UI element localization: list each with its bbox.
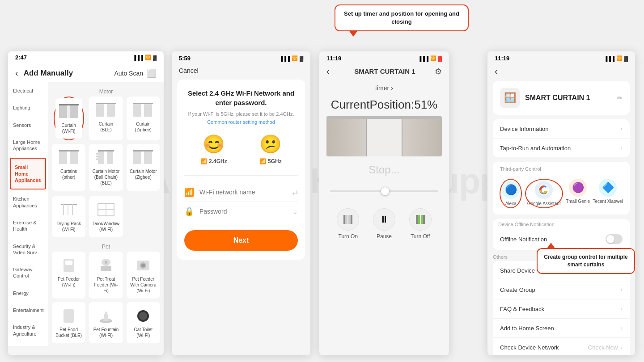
sidebar-item-security[interactable]: Security & Video Surv... xyxy=(8,238,48,261)
svg-rect-7 xyxy=(133,103,153,104)
next-button[interactable]: Next xyxy=(184,230,298,251)
svg-rect-44 xyxy=(348,215,351,224)
wifi-24-icon: 📶 xyxy=(200,158,207,164)
third-party-tecent[interactable]: 🔷 Tecent Xiaowei xyxy=(593,179,623,208)
settings-icon-3[interactable]: ⚙ xyxy=(435,67,442,76)
create-group-label: Create Group xyxy=(500,286,620,293)
wifi-24-option[interactable]: 😊 📶 2.4GHz xyxy=(200,134,227,164)
slider-thumb[interactable] xyxy=(381,187,390,196)
slider-track xyxy=(330,190,438,192)
svg-rect-8 xyxy=(133,104,141,117)
curtains-other-item[interactable]: Curtains(other) xyxy=(52,144,85,191)
wifi-subtitle: If your Wi-Fi is 5GHz, please set it to … xyxy=(184,111,298,118)
offline-toggle[interactable] xyxy=(606,234,623,244)
wifi-5-option[interactable]: 😕 📶 5GHz xyxy=(259,134,282,164)
password-input[interactable] xyxy=(199,208,287,215)
wifi-icon-3: 🛜 xyxy=(430,55,436,61)
curtain-ble-item[interactable]: Curtain(BLE) xyxy=(89,97,123,140)
third-party-icons: 🔵 Alexa xyxy=(493,174,630,215)
timer-row[interactable]: timer › xyxy=(319,80,449,93)
pet-feeder-label: Pet Feeder (Wi-Fi) xyxy=(55,276,82,288)
offline-notification-item[interactable]: Offline Notification xyxy=(493,228,630,250)
edit-name-icon[interactable]: ✏ xyxy=(617,94,623,102)
wifi-network-input[interactable] xyxy=(199,189,287,196)
svg-rect-4 xyxy=(96,103,116,104)
wifi-5-icon: 📶 xyxy=(259,158,266,164)
scan-icon[interactable]: ⬜ xyxy=(147,68,157,78)
curtain-wifi-item[interactable]: Curtain(Wi-Fi) xyxy=(54,97,84,140)
curtain-ball-chain-item[interactable]: Curtain Motor (Ball Chain) (BLE) xyxy=(89,144,123,191)
cat-toilet-icon xyxy=(132,307,154,325)
check-network-item[interactable]: Check Device Network Check Now › xyxy=(493,338,630,355)
pause-label: Pause xyxy=(377,233,392,240)
sidebar-item-energy[interactable]: Energy xyxy=(8,285,48,302)
sidebar-item-exercise[interactable]: Exercise & Health xyxy=(8,214,48,238)
tmall-label: Tmall Genie xyxy=(566,199,590,204)
sidebar-item-sensors[interactable]: Sensors xyxy=(8,117,48,134)
tap-to-run-item[interactable]: Tap-to-Run and Automation › xyxy=(493,139,630,157)
timer-chevron-icon: › xyxy=(391,84,393,92)
turn-on-button[interactable]: Turn On xyxy=(337,208,359,240)
pet-food-bucket-svg xyxy=(61,308,77,324)
third-party-tmall[interactable]: 🟣 Tmall Genie xyxy=(566,179,590,208)
svg-rect-3 xyxy=(67,105,70,118)
turn-on-label: Turn On xyxy=(339,233,358,240)
door-window-item[interactable]: Door/Window (Wi-Fi) xyxy=(89,196,123,237)
cancel-button[interactable]: Cancel xyxy=(179,67,199,74)
sidebar-item-small-home[interactable]: Small Home Appliances xyxy=(10,158,46,189)
tap-to-run-label: Tap-to-Run and Automation xyxy=(500,145,620,152)
pet-treat-feeder-item[interactable]: Pet Treat Feeder (Wi-Fi) xyxy=(89,252,123,299)
third-party-alexa[interactable]: 🔵 Alexa xyxy=(500,179,522,208)
status-icons-2: ▐▐▐ 🛜 ▓ xyxy=(280,55,303,61)
curtain-zigbee-item[interactable]: Curtain(Zigbee) xyxy=(127,97,160,140)
wifi-icon-2: 🛜 xyxy=(292,55,298,61)
pet-feeder-camera-item[interactable]: Pet Feeder With Camera (Wi-Fi) xyxy=(127,252,160,299)
controls-row: Turn On ⏸ Pause Turn Off xyxy=(319,199,449,248)
third-party-label: Third-party Control xyxy=(493,162,630,174)
device-information-item[interactable]: Device Information › xyxy=(493,119,630,139)
back-button-3[interactable]: ‹ xyxy=(326,66,330,76)
open-curtain-svg xyxy=(343,214,353,225)
status-icons-3: ▐▐▐ 🛜 ▓ xyxy=(418,55,442,61)
drying-rack-icon xyxy=(58,201,80,219)
curtain-motor-zigbee-item[interactable]: Curtain Motor (Zigbee) xyxy=(127,144,160,191)
create-group-callout-text: Create group control for multiple smart … xyxy=(544,254,627,268)
turn-off-button[interactable]: Turn Off xyxy=(409,208,432,240)
curtain-visual xyxy=(326,116,442,156)
slider-container[interactable] xyxy=(319,183,449,199)
pet-food-bucket-icon xyxy=(58,307,80,325)
svg-rect-1 xyxy=(59,105,67,118)
drying-rack-label: Drying Rack (Wi-Fi) xyxy=(55,221,82,232)
sidebar-item-kitchen[interactable]: Kitchen Appliances xyxy=(8,190,48,214)
pause-button[interactable]: ⏸ Pause xyxy=(373,208,395,240)
sidebar-item-entertainment[interactable]: Entertainment xyxy=(8,302,48,319)
battery-icon-2: ▓ xyxy=(300,56,303,61)
sidebar-item-others[interactable]: Others xyxy=(8,342,48,346)
drying-rack-item[interactable]: Drying Rack (Wi-Fi) xyxy=(52,196,85,237)
stop-label: Stop... xyxy=(319,156,449,183)
third-party-google[interactable]: Google Assistant xyxy=(525,179,563,208)
svg-rect-42 xyxy=(351,215,352,224)
pet-fountain-item[interactable]: Pet Fountain (Wi-Fi) xyxy=(89,302,123,343)
sidebar-item-electrical[interactable]: Electrical xyxy=(8,82,48,99)
scan-tab[interactable]: Auto Scan xyxy=(114,70,143,77)
cat-toilet-item[interactable]: Cat Toilet (Wi-Fi) xyxy=(127,302,160,343)
sidebar-item-large-home[interactable]: Large Home Appliances xyxy=(8,134,48,157)
svg-rect-9 xyxy=(144,104,152,117)
faq-feedback-item[interactable]: FAQ & Feedback › xyxy=(493,299,630,319)
timer-label: timer xyxy=(375,84,389,92)
curtain-center-gap xyxy=(367,116,401,156)
common-router-link[interactable]: Common router setting method xyxy=(184,119,298,125)
add-home-screen-item[interactable]: Add to Home Screen › xyxy=(493,319,630,338)
create-group-item[interactable]: Create Group › xyxy=(493,280,630,299)
pet-fountain-icon xyxy=(95,307,117,325)
pet-feeder-item[interactable]: Pet Feeder (Wi-Fi) xyxy=(52,252,85,299)
sidebar-item-lighting[interactable]: Lighting xyxy=(8,99,48,116)
sidebar-item-gateway[interactable]: Gateway Control xyxy=(8,261,48,285)
slider-fill xyxy=(330,190,385,192)
back-button-1[interactable]: ‹ xyxy=(15,68,18,78)
sidebar-item-industry[interactable]: Industry & Agriculture xyxy=(8,319,48,342)
cat-toilet-label: Cat Toilet (Wi-Fi) xyxy=(130,327,157,338)
pet-food-bucket-item[interactable]: Pet Food Bucket (BLE) xyxy=(52,302,85,343)
back-button-4[interactable]: ‹ xyxy=(495,66,498,76)
